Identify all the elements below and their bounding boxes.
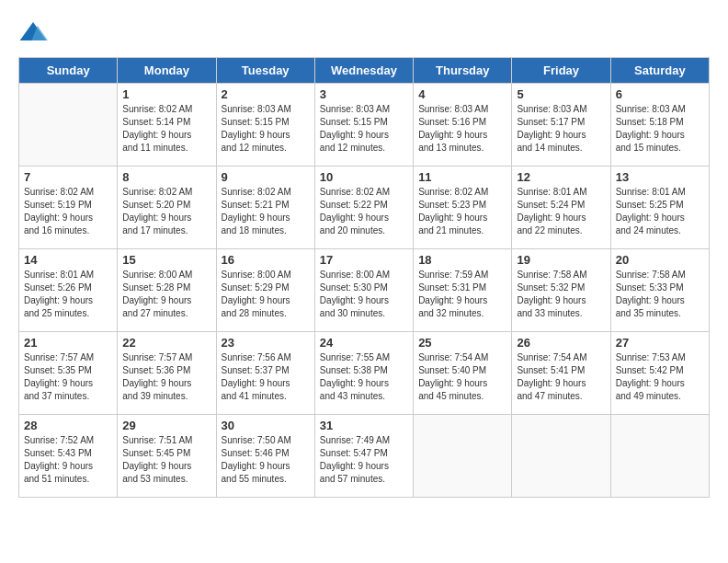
day-info: Sunrise: 7:57 AM Sunset: 5:36 PM Dayligh… — [122, 351, 210, 403]
calendar-week-row: 21Sunrise: 7:57 AM Sunset: 5:35 PM Dayli… — [19, 332, 710, 415]
day-info: Sunrise: 7:55 AM Sunset: 5:38 PM Dayligh… — [320, 351, 408, 403]
day-info: Sunrise: 8:03 AM Sunset: 5:16 PM Dayligh… — [418, 103, 506, 155]
day-info: Sunrise: 8:02 AM Sunset: 5:20 PM Dayligh… — [122, 186, 210, 237]
day-info: Sunrise: 8:02 AM Sunset: 5:23 PM Dayligh… — [418, 186, 506, 237]
day-number: 13 — [616, 170, 704, 184]
calendar-day-cell — [19, 84, 118, 167]
calendar-week-row: 1Sunrise: 8:02 AM Sunset: 5:14 PM Daylig… — [19, 84, 710, 167]
day-number: 15 — [122, 253, 210, 267]
day-number: 18 — [418, 253, 506, 267]
calendar-day-cell: 23Sunrise: 7:56 AM Sunset: 5:37 PM Dayli… — [216, 332, 314, 415]
weekday-header: Monday — [118, 58, 216, 84]
day-info: Sunrise: 7:52 AM Sunset: 5:43 PM Dayligh… — [24, 434, 112, 486]
day-info: Sunrise: 7:58 AM Sunset: 5:32 PM Dayligh… — [517, 269, 605, 320]
calendar-day-cell: 12Sunrise: 8:01 AM Sunset: 5:24 PM Dayli… — [512, 167, 610, 249]
day-info: Sunrise: 8:01 AM Sunset: 5:26 PM Dayligh… — [24, 269, 112, 320]
logo — [18, 18, 51, 48]
day-info: Sunrise: 7:49 AM Sunset: 5:47 PM Dayligh… — [320, 434, 408, 486]
day-number: 31 — [320, 419, 408, 432]
day-info: Sunrise: 7:56 AM Sunset: 5:37 PM Dayligh… — [222, 351, 310, 403]
calendar-day-cell: 4Sunrise: 8:03 AM Sunset: 5:16 PM Daylig… — [414, 84, 512, 167]
calendar-day-cell: 7Sunrise: 8:02 AM Sunset: 5:19 PM Daylig… — [19, 167, 118, 249]
day-number: 27 — [616, 336, 704, 350]
day-number: 12 — [517, 170, 605, 184]
day-number: 30 — [222, 419, 310, 432]
day-info: Sunrise: 8:00 AM Sunset: 5:30 PM Dayligh… — [320, 269, 408, 320]
day-number: 28 — [24, 419, 112, 432]
calendar-day-cell: 25Sunrise: 7:54 AM Sunset: 5:40 PM Dayli… — [414, 332, 512, 415]
calendar-week-row: 7Sunrise: 8:02 AM Sunset: 5:19 PM Daylig… — [19, 167, 710, 249]
day-number: 20 — [616, 253, 704, 267]
day-info: Sunrise: 7:58 AM Sunset: 5:33 PM Dayligh… — [616, 269, 704, 320]
calendar-day-cell — [512, 415, 610, 498]
weekday-header: Wednesday — [314, 58, 413, 84]
calendar-day-cell: 15Sunrise: 8:00 AM Sunset: 5:28 PM Dayli… — [118, 249, 216, 332]
day-number: 3 — [320, 87, 408, 101]
day-info: Sunrise: 8:02 AM Sunset: 5:14 PM Dayligh… — [122, 103, 210, 155]
day-number: 26 — [517, 336, 605, 350]
weekday-header: Friday — [512, 58, 610, 84]
weekday-header: Tuesday — [216, 58, 314, 84]
calendar-day-cell — [414, 415, 512, 498]
day-info: Sunrise: 8:03 AM Sunset: 5:18 PM Dayligh… — [616, 103, 704, 155]
calendar-day-cell: 16Sunrise: 8:00 AM Sunset: 5:29 PM Dayli… — [216, 249, 314, 332]
day-number: 9 — [222, 170, 310, 184]
day-number: 8 — [122, 170, 210, 184]
day-number: 11 — [418, 170, 506, 184]
calendar-day-cell: 6Sunrise: 8:03 AM Sunset: 5:18 PM Daylig… — [610, 84, 709, 167]
day-number: 5 — [517, 87, 605, 101]
calendar-day-cell: 17Sunrise: 8:00 AM Sunset: 5:30 PM Dayli… — [314, 249, 413, 332]
day-number: 6 — [616, 87, 704, 101]
weekday-header: Thursday — [414, 58, 512, 84]
calendar-day-cell: 1Sunrise: 8:02 AM Sunset: 5:14 PM Daylig… — [118, 84, 216, 167]
day-info: Sunrise: 7:57 AM Sunset: 5:35 PM Dayligh… — [24, 351, 112, 403]
logo-icon — [18, 18, 48, 48]
calendar-day-cell: 5Sunrise: 8:03 AM Sunset: 5:17 PM Daylig… — [512, 84, 610, 167]
calendar-week-row: 28Sunrise: 7:52 AM Sunset: 5:43 PM Dayli… — [19, 415, 710, 498]
day-info: Sunrise: 8:03 AM Sunset: 5:15 PM Dayligh… — [320, 103, 408, 155]
weekday-header: Saturday — [610, 58, 709, 84]
calendar-day-cell: 2Sunrise: 8:03 AM Sunset: 5:15 PM Daylig… — [216, 84, 314, 167]
calendar-day-cell: 3Sunrise: 8:03 AM Sunset: 5:15 PM Daylig… — [314, 84, 413, 167]
day-number: 24 — [320, 336, 408, 350]
calendar-day-cell: 27Sunrise: 7:53 AM Sunset: 5:42 PM Dayli… — [610, 332, 709, 415]
day-number: 10 — [320, 170, 408, 184]
day-number: 14 — [24, 253, 112, 267]
calendar-day-cell: 28Sunrise: 7:52 AM Sunset: 5:43 PM Dayli… — [19, 415, 118, 498]
day-info: Sunrise: 7:53 AM Sunset: 5:42 PM Dayligh… — [616, 351, 704, 403]
day-info: Sunrise: 8:00 AM Sunset: 5:28 PM Dayligh… — [122, 269, 210, 320]
day-info: Sunrise: 7:51 AM Sunset: 5:45 PM Dayligh… — [122, 434, 210, 486]
day-number: 21 — [24, 336, 112, 350]
day-number: 7 — [24, 170, 112, 184]
weekday-header: Sunday — [19, 58, 118, 84]
day-info: Sunrise: 8:02 AM Sunset: 5:22 PM Dayligh… — [320, 186, 408, 237]
calendar-day-cell: 9Sunrise: 8:02 AM Sunset: 5:21 PM Daylig… — [216, 167, 314, 249]
calendar-day-cell: 8Sunrise: 8:02 AM Sunset: 5:20 PM Daylig… — [118, 167, 216, 249]
day-info: Sunrise: 7:50 AM Sunset: 5:46 PM Dayligh… — [222, 434, 310, 486]
day-info: Sunrise: 8:01 AM Sunset: 5:24 PM Dayligh… — [517, 186, 605, 237]
calendar-day-cell: 18Sunrise: 7:59 AM Sunset: 5:31 PM Dayli… — [414, 249, 512, 332]
calendar-day-cell: 14Sunrise: 8:01 AM Sunset: 5:26 PM Dayli… — [19, 249, 118, 332]
calendar-table: SundayMondayTuesdayWednesdayThursdayFrid… — [18, 57, 710, 498]
day-number: 2 — [222, 87, 310, 101]
day-number: 17 — [320, 253, 408, 267]
calendar-day-cell: 24Sunrise: 7:55 AM Sunset: 5:38 PM Dayli… — [314, 332, 413, 415]
day-info: Sunrise: 8:00 AM Sunset: 5:29 PM Dayligh… — [222, 269, 310, 320]
day-number: 25 — [418, 336, 506, 350]
day-number: 1 — [122, 87, 210, 101]
day-info: Sunrise: 8:03 AM Sunset: 5:17 PM Dayligh… — [517, 103, 605, 155]
calendar-day-cell: 31Sunrise: 7:49 AM Sunset: 5:47 PM Dayli… — [314, 415, 413, 498]
calendar-day-cell — [610, 415, 709, 498]
calendar-day-cell: 29Sunrise: 7:51 AM Sunset: 5:45 PM Dayli… — [118, 415, 216, 498]
page-header — [18, 18, 710, 48]
day-info: Sunrise: 7:54 AM Sunset: 5:40 PM Dayligh… — [418, 351, 506, 403]
calendar-day-cell: 22Sunrise: 7:57 AM Sunset: 5:36 PM Dayli… — [118, 332, 216, 415]
day-info: Sunrise: 7:54 AM Sunset: 5:41 PM Dayligh… — [517, 351, 605, 403]
calendar-day-cell: 21Sunrise: 7:57 AM Sunset: 5:35 PM Dayli… — [19, 332, 118, 415]
calendar-week-row: 14Sunrise: 8:01 AM Sunset: 5:26 PM Dayli… — [19, 249, 710, 332]
day-number: 4 — [418, 87, 506, 101]
calendar-day-cell: 20Sunrise: 7:58 AM Sunset: 5:33 PM Dayli… — [610, 249, 709, 332]
day-info: Sunrise: 8:02 AM Sunset: 5:19 PM Dayligh… — [24, 186, 112, 237]
calendar-day-cell: 19Sunrise: 7:58 AM Sunset: 5:32 PM Dayli… — [512, 249, 610, 332]
day-info: Sunrise: 8:03 AM Sunset: 5:15 PM Dayligh… — [222, 103, 310, 155]
